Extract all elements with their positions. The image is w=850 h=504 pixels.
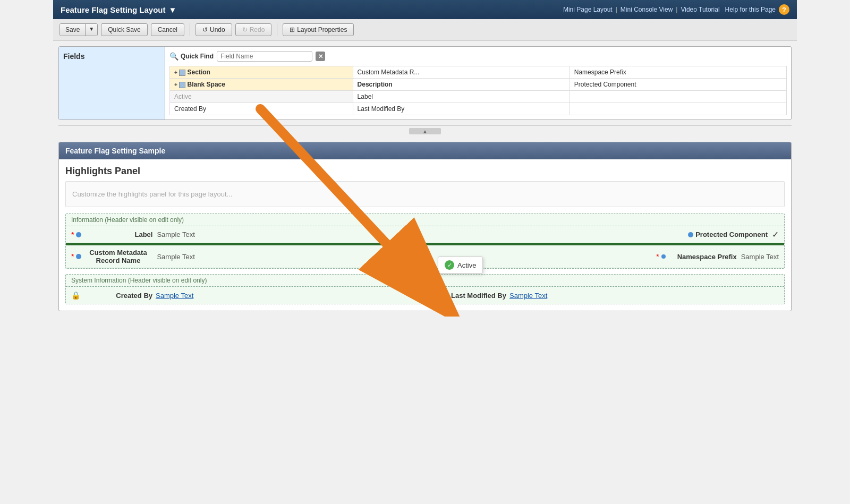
field-empty-1 bbox=[570, 91, 786, 103]
lock-icon-modified: 🔒 bbox=[425, 291, 434, 300]
video-tutorial-link[interactable]: Video Tutorial bbox=[681, 6, 719, 13]
checkmark-icon: ✓ bbox=[772, 229, 779, 240]
info-cell-record-name: * Custom MetadataRecord Name Sample Text bbox=[66, 245, 425, 268]
info-row-1: * Label Sample Text Protected Component … bbox=[66, 226, 784, 243]
toolbar-separator bbox=[190, 23, 190, 36]
quick-find-row: 🔍 Quick Find ✕ bbox=[169, 51, 787, 62]
sys-cell-last-modified: 🔒 Last Modified By Sample Text bbox=[425, 291, 779, 300]
last-modified-label: Last Modified By bbox=[437, 292, 506, 300]
record-name-value: Sample Text bbox=[157, 253, 194, 261]
field-empty-2 bbox=[570, 103, 786, 115]
field-dot bbox=[76, 232, 81, 237]
fields-sidebar-title: Fields bbox=[63, 51, 160, 62]
field-namespace-prefix[interactable]: Namespace Prefix bbox=[570, 66, 786, 79]
sys-cell-created-by: 🔒 Created By Sample Text bbox=[71, 291, 425, 300]
field-label-cell[interactable]: Label bbox=[353, 91, 570, 103]
help-circle-button[interactable]: ? bbox=[779, 4, 789, 15]
page-title: Feature Flag Setting Layout ▼ bbox=[61, 5, 176, 14]
redo-button[interactable]: ↻ Redo bbox=[235, 23, 272, 36]
plus-icon: + bbox=[174, 70, 177, 75]
record-name-label: Custom MetadataRecord Name bbox=[83, 249, 152, 264]
fields-table: + Section Custom Metadata R... Namespace… bbox=[169, 66, 787, 115]
sep2: | bbox=[676, 6, 677, 13]
table-row: Active Label bbox=[170, 91, 787, 103]
sample-section: Feature Flag Setting Sample Highlights P… bbox=[58, 142, 792, 311]
created-by-label: Created By bbox=[83, 292, 152, 300]
quick-save-button[interactable]: Quick Save bbox=[101, 23, 147, 36]
active-label: Active bbox=[457, 261, 476, 269]
label-text: Label bbox=[83, 230, 152, 238]
table-row: + Blank Space Description Protected Comp… bbox=[170, 79, 787, 91]
sample-section-header: Feature Flag Setting Sample bbox=[59, 142, 791, 159]
field-section[interactable]: + Section bbox=[170, 66, 353, 79]
layout-properties-button[interactable]: ⊞ Layout Properties bbox=[283, 23, 354, 36]
active-check-icon: ✓ bbox=[445, 260, 454, 270]
sep1: | bbox=[616, 6, 617, 13]
layout-properties-icon: ⊞ bbox=[290, 26, 295, 33]
system-info-section: System Information (Header visible on ed… bbox=[65, 274, 785, 304]
field-last-modified-by[interactable]: Last Modified By bbox=[353, 103, 570, 115]
fields-content: 🔍 Quick Find ✕ + Section bbox=[165, 47, 791, 119]
mini-console-view-link[interactable]: Mini Console View bbox=[620, 6, 673, 13]
save-button[interactable]: Save bbox=[60, 24, 86, 36]
field-custom-metadata[interactable]: Custom Metadata R... bbox=[353, 66, 570, 79]
field-label: Section bbox=[188, 69, 210, 76]
field-description[interactable]: Description bbox=[353, 79, 570, 91]
save-dropdown-arrow[interactable]: ▼ bbox=[86, 24, 97, 36]
namespace-value: Sample Text bbox=[741, 253, 779, 261]
fields-sidebar: Fields bbox=[59, 47, 165, 119]
field-created-by[interactable]: Created By bbox=[170, 103, 353, 115]
undo-icon: ↺ bbox=[202, 26, 208, 33]
plus-icon-2: + bbox=[174, 82, 177, 88]
field-type-icon bbox=[179, 70, 185, 76]
field-type-icon-2 bbox=[179, 82, 185, 88]
sample-body: Highlights Panel Customize the highlight… bbox=[59, 159, 791, 311]
undo-button[interactable]: ↺ Undo bbox=[196, 23, 232, 36]
quick-find-input[interactable] bbox=[217, 51, 312, 62]
header-bar: Feature Flag Setting Layout ▼ Mini Page … bbox=[53, 0, 797, 19]
help-for-page-link[interactable]: Help for this Page bbox=[725, 6, 776, 13]
fields-panel: Fields 🔍 Quick Find ✕ bbox=[58, 46, 792, 120]
redo-icon: ↻ bbox=[242, 26, 248, 33]
created-by-value[interactable]: Sample Text bbox=[156, 292, 193, 300]
field-label-2: Blank Space bbox=[188, 81, 225, 88]
last-modified-value[interactable]: Sample Text bbox=[509, 292, 547, 300]
namespace-dot bbox=[661, 254, 666, 259]
toolbar-separator-2 bbox=[277, 23, 277, 36]
search-icon: 🔍 bbox=[169, 52, 178, 61]
save-split-button[interactable]: Save ▼ bbox=[60, 23, 98, 36]
quick-find-label: 🔍 Quick Find bbox=[169, 52, 214, 61]
required-star-2: * bbox=[71, 252, 74, 261]
field-blank-space[interactable]: + Blank Space bbox=[170, 79, 353, 91]
clear-search-button[interactable]: ✕ bbox=[316, 52, 325, 61]
info-cell-protected: Protected Component ✓ bbox=[425, 226, 784, 243]
system-info-header: System Information (Header visible on ed… bbox=[66, 275, 784, 287]
table-row: + Section Custom Metadata R... Namespace… bbox=[170, 66, 787, 79]
highlights-placeholder: Customize the highlights panel for this … bbox=[65, 181, 785, 207]
protected-label: Protected Component bbox=[695, 230, 768, 238]
table-row: Created By Last Modified By bbox=[170, 103, 787, 115]
scroll-up-arrow[interactable]: ▲ bbox=[409, 128, 441, 134]
protected-dot bbox=[688, 232, 693, 237]
field-active: Active bbox=[170, 91, 353, 103]
main-area: Fields 🔍 Quick Find ✕ bbox=[53, 41, 797, 317]
cancel-button[interactable]: Cancel bbox=[151, 23, 184, 36]
sys-row: 🔒 Created By Sample Text 🔒 Last Modified… bbox=[66, 287, 784, 304]
toolbar: Save ▼ Quick Save Cancel ↺ Undo ↻ Redo ⊞… bbox=[53, 19, 797, 41]
active-tooltip: ✓ Active bbox=[438, 257, 483, 274]
required-star-3: * bbox=[656, 252, 659, 261]
record-dot bbox=[76, 254, 81, 259]
lock-icon-created: 🔒 bbox=[71, 291, 80, 300]
header-links: Mini Page Layout | Mini Console View | V… bbox=[563, 4, 789, 15]
info-row-2: * Custom MetadataRecord Name Sample Text… bbox=[66, 245, 784, 268]
highlights-panel-title: Highlights Panel bbox=[65, 166, 785, 177]
info-section: Information (Header visible on edit only… bbox=[65, 213, 785, 269]
dropdown-icon[interactable]: ▼ bbox=[169, 5, 177, 14]
info-cell-label: * Label Sample Text bbox=[66, 227, 425, 242]
info-section-header: Information (Header visible on edit only… bbox=[66, 214, 784, 226]
required-star: * bbox=[71, 230, 74, 239]
page-title-text: Feature Flag Setting Layout bbox=[61, 5, 166, 14]
label-value: Sample Text bbox=[157, 230, 194, 238]
field-protected-component[interactable]: Protected Component bbox=[570, 79, 786, 91]
mini-page-layout-link[interactable]: Mini Page Layout bbox=[563, 6, 613, 13]
